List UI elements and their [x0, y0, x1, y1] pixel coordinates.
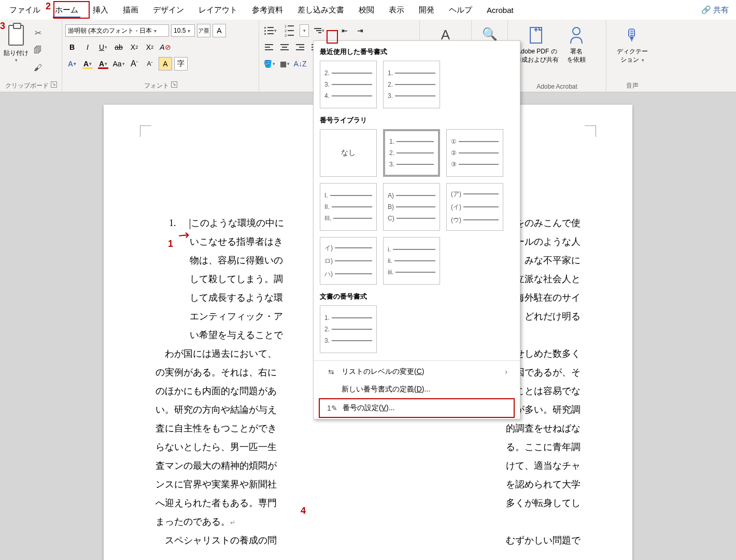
mic-icon: 🎙	[625, 25, 640, 46]
recent-format-2[interactable]: 1. 2. 3.	[383, 61, 440, 108]
highlight-button[interactable]: A▾	[81, 57, 94, 71]
sign-button[interactable]: 署名を依頼	[563, 22, 590, 74]
shading-button[interactable]: 🪣▾	[262, 57, 276, 71]
format-circled[interactable]: ① ② ③	[446, 129, 503, 177]
font-size-dropdown[interactable]: 10.5▾	[171, 24, 195, 37]
font-size-value: 10.5	[174, 27, 186, 34]
font-name-dropdown[interactable]: 游明朝 (本文のフォント - 日本▾	[65, 24, 169, 37]
grow-font-button[interactable]: Aˆ	[128, 57, 141, 71]
font-color-button[interactable]: A▾	[96, 57, 110, 71]
dialog-launcher-icon[interactable]	[51, 81, 57, 88]
crop-mark-icon	[140, 125, 151, 137]
dialog-launcher-icon[interactable]	[171, 81, 177, 88]
menu-help[interactable]: ヘルプ	[442, 1, 479, 19]
annotation-box-2	[53, 1, 90, 19]
recent-formats-title: 最近使用した番号書式	[319, 45, 515, 60]
annotation-box-3	[327, 30, 338, 44]
dictate-label-2: ション	[620, 56, 639, 63]
annotation-1: 1	[168, 239, 173, 249]
font-name-value: 游明朝 (本文のフォント - 日本	[68, 26, 152, 35]
share-icon: 🔗	[701, 5, 711, 15]
chevron-right-icon: ›	[505, 368, 507, 376]
borders-button[interactable]: ▦▾	[278, 57, 291, 71]
paste-button[interactable]: 貼り付け ▾	[3, 22, 29, 63]
char-shading-button[interactable]: A	[159, 57, 172, 71]
align-center-button[interactable]	[278, 40, 291, 54]
format-123[interactable]: 1. 2. 3.	[383, 129, 440, 177]
menu-change-level[interactable]: ⇆ リストのレベルの変更(C) ›	[319, 363, 515, 381]
text-effects-button[interactable]: A▾	[65, 57, 79, 71]
cut-button[interactable]: ✂	[31, 26, 45, 39]
italic-button[interactable]: I	[81, 40, 94, 54]
increase-indent-button[interactable]: ⇥	[353, 24, 367, 37]
svg-point-1	[573, 27, 580, 35]
align-right-button[interactable]	[293, 40, 307, 54]
menu-design[interactable]: デザイン	[146, 1, 191, 19]
sign-label-1: 署名	[570, 48, 583, 55]
menu-bar: ファイル ホーム 挿入 描画 デザイン レイアウト 参考資料 差し込み文書 校閲…	[0, 0, 736, 20]
paste-label: 貼り付け	[4, 49, 29, 58]
format-katakana-paren[interactable]: (ア) (イ) (ウ)	[446, 183, 503, 231]
text-cursor	[190, 219, 190, 229]
bullet-list-button[interactable]: ▾	[262, 24, 279, 37]
crop-mark-icon	[585, 125, 596, 137]
strikethrough-button[interactable]: ab	[112, 40, 125, 54]
dictate-button[interactable]: 🎙 ディクテーション ▾	[610, 22, 655, 74]
menu-review[interactable]: 校閲	[351, 1, 381, 19]
share-button[interactable]: 🔗 共有	[696, 2, 734, 18]
menu-references[interactable]: 参考資料	[245, 1, 290, 19]
align-left-button[interactable]	[262, 40, 276, 54]
menu-file[interactable]: ファイル	[2, 1, 48, 19]
subscript-button[interactable]: X2	[128, 40, 141, 54]
menu-mailings[interactable]: 差し込み文書	[290, 1, 351, 19]
library-title: 番号ライブラリ	[319, 114, 515, 128]
share-label: 共有	[713, 5, 729, 15]
copy-button[interactable]: 🗐	[31, 44, 45, 57]
doc-format-1[interactable]: 1. 2. 3.	[320, 305, 377, 353]
menu-define-format[interactable]: 新しい番号書式の定義(D)...	[319, 381, 515, 398]
menu-layout[interactable]: レイアウト	[191, 1, 245, 19]
format-roman-upper[interactable]: I. II. III.	[320, 183, 377, 231]
phonetic-guide-button[interactable]: ア亜	[197, 24, 210, 37]
underline-button[interactable]: U▾	[96, 40, 110, 54]
clear-format-button[interactable]: A⊘	[159, 40, 172, 54]
enclose-char-button[interactable]: A	[213, 24, 226, 37]
pdf-icon	[528, 25, 546, 46]
change-case-button[interactable]: Aa▾	[112, 57, 125, 71]
search-icon[interactable]: 🔍	[482, 27, 498, 41]
annotation-4: 4	[301, 506, 306, 516]
font-group-label: フォント	[65, 80, 256, 92]
bold-button[interactable]: B	[65, 40, 79, 54]
person-icon	[569, 25, 584, 46]
group-font: 游明朝 (本文のフォント - 日本▾ 10.5▾ ア亜 A B I U▾ ab …	[62, 20, 259, 92]
multilevel-list-button[interactable]: ▾	[311, 24, 328, 37]
format-alpha-paren[interactable]: A) B) C)	[383, 183, 440, 231]
enclose-button[interactable]: 字	[174, 57, 188, 71]
numbering-dropdown-panel: 最近使用した番号書式 2. 3. 4. 1. 2. 3. 番号ライブラリ なし …	[313, 40, 520, 419]
sort-button[interactable]: A↓Z	[293, 57, 307, 71]
adobe-label-1: Adobe PDF の	[517, 48, 557, 55]
format-roman-lower[interactable]: i. ii. iii.	[383, 237, 440, 285]
menu-acrobat[interactable]: Acrobat	[479, 2, 521, 19]
format-none[interactable]: なし	[320, 129, 377, 177]
menu-set-number[interactable]: 1✎ 番号の設定(V)...	[319, 398, 515, 418]
menu-insert[interactable]: 挿入	[86, 1, 116, 19]
superscript-button[interactable]: X2	[143, 40, 157, 54]
menu-draw[interactable]: 描画	[116, 1, 146, 19]
annotation-2: 2	[46, 1, 51, 12]
clipboard-group-label: クリップボード	[3, 80, 59, 92]
recent-format-1[interactable]: 2. 3. 4.	[320, 61, 377, 108]
shrink-font-button[interactable]: Aˇ	[143, 57, 157, 71]
menu-view[interactable]: 表示	[381, 1, 412, 19]
voice-group-label: 音声	[610, 80, 655, 92]
numbered-list-dropdown-button[interactable]: ▾	[300, 24, 309, 37]
menu-developer[interactable]: 開発	[412, 1, 442, 19]
format-iroha[interactable]: イ) ロ) ハ)	[320, 237, 377, 285]
numbered-list-button[interactable]: 123	[281, 24, 298, 37]
adobe-label-2: 作成および共有	[515, 56, 559, 63]
format-painter-button[interactable]: 🖌	[31, 61, 45, 75]
doc-formats-title: 文書の番号書式	[319, 290, 515, 304]
decrease-indent-button[interactable]: ⇤	[338, 24, 351, 37]
group-clipboard: 貼り付け ▾ ✂ 🗐 🖌 クリップボード	[0, 20, 62, 92]
clipboard-icon	[8, 25, 24, 46]
